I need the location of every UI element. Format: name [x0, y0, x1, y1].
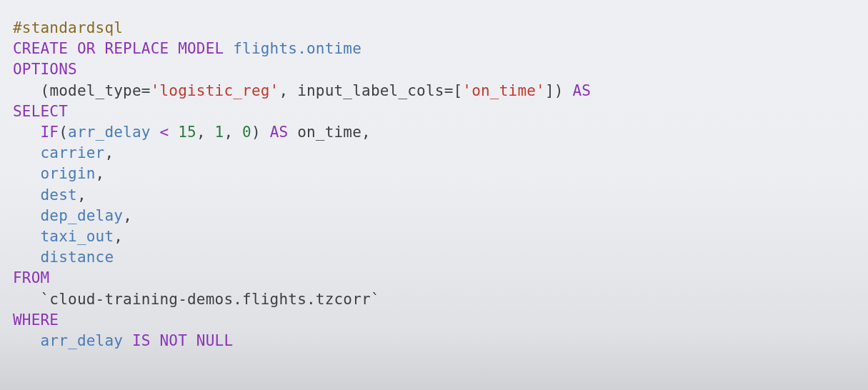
line-4-open: (: [13, 82, 49, 99]
line-16-keyword-isnotnull: IS NOT NULL: [132, 332, 233, 349]
line-2-model-name: flights.ontime: [233, 40, 361, 57]
line-8-col-origin: origin: [41, 165, 96, 182]
line-6-open: (: [59, 124, 68, 141]
line-6-close: ): [251, 124, 270, 141]
line-13-keyword-from: FROM: [13, 269, 49, 286]
line-5-keyword-select: SELECT: [13, 103, 68, 120]
sql-code-block: #standardsql CREATE OR REPLACE MODEL fli…: [0, 0, 868, 351]
line-11-col-taxiout: taxi_out: [41, 228, 114, 245]
line-11-indent: [13, 228, 41, 245]
line-6-trailcomma: ,: [361, 124, 371, 141]
line-7-comma: ,: [104, 144, 114, 161]
line-7-col-carrier: carrier: [41, 144, 105, 161]
line-4-comma1: ,: [279, 82, 297, 99]
line-4-string-ontime: 'on_time': [462, 82, 545, 99]
line-6-col-arrdelay: arr_delay: [68, 124, 159, 141]
line-9-indent: [13, 186, 41, 204]
line-1-comment: #standardsql: [13, 19, 123, 36]
line-14-indent: [13, 291, 41, 308]
line-6-num-15: 15: [178, 124, 196, 141]
line-6-c1: ,: [196, 124, 215, 141]
line-12-indent: [13, 249, 41, 266]
line-4-param-inputlabelcols: input_label_cols: [297, 82, 444, 99]
line-4-string-logisticreg: 'logistic_reg': [151, 82, 279, 99]
line-6-c2: ,: [224, 124, 242, 141]
line-9-comma: ,: [77, 186, 86, 204]
line-6-keyword-as: AS: [270, 124, 298, 141]
line-10-indent: [13, 207, 41, 224]
line-6-func-if: IF: [41, 124, 59, 141]
line-10-comma: ,: [123, 207, 132, 224]
line-6-op-lt: <: [160, 124, 179, 141]
line-7-indent: [13, 144, 41, 161]
line-12-col-distance: distance: [41, 249, 114, 266]
line-14-table: `cloud-training-demos.flights.tzcorr`: [41, 291, 380, 308]
line-4-eq2: =[: [444, 82, 463, 99]
line-16-col-arrdelay: arr_delay: [41, 332, 132, 349]
line-16-indent: [13, 332, 41, 349]
line-6-num-0: 0: [242, 124, 251, 141]
line-6-indent: [13, 124, 41, 141]
line-6-num-1: 1: [215, 124, 224, 141]
line-6-alias-ontime: on_time: [297, 124, 361, 141]
line-11-comma: ,: [114, 228, 123, 245]
line-3-keyword-options: OPTIONS: [13, 61, 77, 78]
line-4-param-modeltype: model_type: [49, 82, 141, 99]
line-4-eq1: =: [141, 82, 151, 99]
line-2-keyword-create: CREATE OR REPLACE MODEL: [13, 40, 233, 57]
line-8-indent: [13, 165, 41, 182]
line-10-col-depdelay: dep_delay: [41, 207, 124, 224]
line-4-close: ]): [545, 82, 573, 99]
line-8-comma: ,: [96, 165, 105, 182]
line-15-keyword-where: WHERE: [13, 311, 59, 329]
line-4-keyword-as: AS: [572, 82, 591, 99]
line-9-col-dest: dest: [41, 186, 77, 204]
